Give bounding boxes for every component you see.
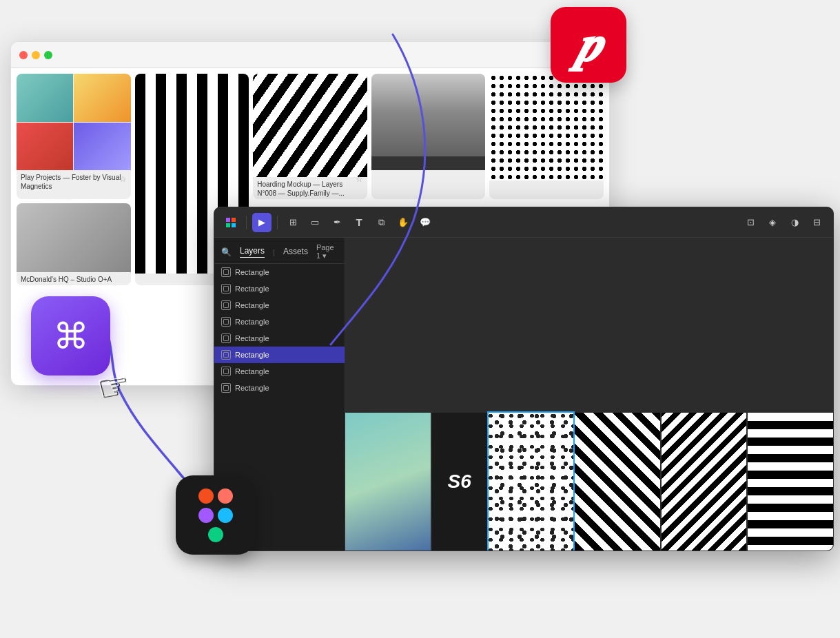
crop-icon[interactable]: ⊟	[807, 213, 826, 232]
figma-dot-green	[208, 527, 223, 542]
layer-item-0[interactable]: Rectangle	[214, 264, 345, 280]
figma-dot-orange	[218, 488, 233, 504]
search-icon[interactable]: 🔍	[221, 247, 232, 257]
save-star-icon-1[interactable]: ☆	[119, 174, 127, 184]
close-dot[interactable]	[19, 51, 28, 59]
figma-dot-red	[198, 488, 214, 504]
layer-type-icon	[221, 367, 231, 376]
pin-label-1: Play Projects — Foster by Visual Magneti…	[17, 170, 131, 192]
frame-tool-icon[interactable]: ⊞	[283, 213, 303, 232]
pin-card-5[interactable]	[489, 74, 604, 199]
minimize-dot[interactable]	[32, 51, 40, 59]
layer-name: Rectangle	[235, 285, 269, 293]
pin-label-6: McDonald's HQ – Studio O+A	[17, 272, 131, 285]
keystroke-app-icon[interactable]: ⌘	[31, 296, 110, 375]
text-tool-icon[interactable]: T	[349, 213, 369, 232]
canvas-image-4	[575, 413, 660, 550]
layer-name: Rectangle	[235, 334, 269, 342]
layer-item-4[interactable]: Rectangle	[214, 330, 345, 347]
hand-tool-icon[interactable]: ✋	[393, 213, 413, 232]
save-star-icon-3[interactable]: ☆	[356, 174, 363, 184]
keystroke-symbol: ⌘	[53, 316, 89, 357]
pin-card-6[interactable]: McDonald's HQ – Studio O+A	[17, 203, 131, 285]
component-tool-icon[interactable]: ⧉	[371, 213, 391, 232]
toolbar-divider-2	[277, 216, 278, 229]
figma-dot-purple	[198, 508, 214, 523]
resize-icon[interactable]: ⊡	[741, 213, 760, 232]
tab-layers[interactable]: Layers	[240, 246, 265, 258]
figma-app-icon[interactable]	[176, 475, 255, 555]
layer-name: Rectangle	[235, 268, 269, 276]
layer-name: Rectangle	[235, 384, 269, 392]
figma-editor-window: ▶ ⊞ ▭ ✒ T ⧉ ✋ 💬 ⊡ ◈ ◑ ⊟ 🔍 Layers | Asset…	[214, 207, 834, 551]
layer-item-2[interactable]: Rectangle	[214, 297, 345, 313]
share-icon[interactable]: ◈	[763, 213, 782, 232]
svg-rect-3	[232, 223, 236, 227]
canvas-image-selected[interactable]: 236 × 354	[489, 413, 574, 550]
layer-name: Rectangle	[235, 301, 269, 309]
canvas-image-1	[345, 413, 431, 550]
layer-type-icon	[221, 300, 231, 310]
pin-card-1[interactable]: Play Projects — Foster by Visual Magneti…	[17, 74, 131, 199]
canvas-image-s6: S6	[432, 413, 487, 550]
toolbar-divider-1	[246, 216, 247, 229]
pen-tool-icon[interactable]: ✒	[327, 213, 347, 232]
layer-type-icon	[221, 383, 231, 393]
pin-label-3: Hoarding Mockup — Layers N°008 — Supply.…	[253, 177, 367, 199]
pinterest-p-logo: 𝒑	[577, 20, 600, 70]
layer-name: Rectangle	[235, 351, 269, 359]
layer-type-icon	[221, 333, 231, 343]
canvas-image-5	[662, 413, 747, 550]
figma-menu-icon[interactable]	[221, 213, 240, 232]
page-selector[interactable]: Page 1 ▾	[316, 243, 338, 260]
layers-tabs-bar: 🔍 Layers | Assets Page 1 ▾	[214, 238, 345, 264]
layer-type-icon	[221, 284, 231, 294]
layer-item-6[interactable]: Rectangle	[214, 363, 345, 380]
pinterest-app-icon[interactable]: 𝒑	[551, 7, 626, 83]
layer-item-7[interactable]: Rectangle	[214, 380, 345, 396]
select-tool-icon[interactable]: ▶	[252, 213, 272, 232]
svg-rect-2	[226, 223, 230, 227]
figma-toolbar: ▶ ⊞ ▭ ✒ T ⧉ ✋ 💬 ⊡ ◈ ◑ ⊟	[214, 207, 833, 238]
layer-type-icon	[221, 350, 231, 360]
layer-item-5[interactable]: Rectangle	[214, 347, 345, 363]
figma-body: 🔍 Layers | Assets Page 1 ▾ Rectangle Rec…	[214, 238, 833, 550]
maximize-dot[interactable]	[44, 51, 52, 59]
layer-item-3[interactable]: Rectangle	[214, 313, 345, 330]
svg-rect-0	[226, 218, 230, 222]
pin-card-4[interactable]	[371, 74, 486, 199]
layer-name: Rectangle	[235, 367, 269, 375]
layer-type-icon	[221, 317, 231, 327]
canvas-image-strip: S6 236 × 354	[345, 413, 833, 550]
comment-tool-icon[interactable]: 💬	[416, 213, 435, 232]
layer-type-icon	[221, 267, 231, 277]
layer-name: Rectangle	[235, 318, 269, 326]
browser-bar	[11, 42, 609, 68]
svg-rect-1	[232, 218, 236, 222]
tab-assets[interactable]: Assets	[283, 247, 308, 258]
figma-dot-blue	[218, 508, 233, 523]
shape-tool-icon[interactable]: ▭	[305, 213, 325, 232]
figma-canvas[interactable]: S6 236 × 354	[345, 238, 833, 550]
contrast-icon[interactable]: ◑	[785, 213, 804, 232]
pin-card-3[interactable]: Hoarding Mockup — Layers N°008 — Supply.…	[253, 74, 367, 199]
s6-logo-text: S6	[447, 471, 471, 493]
layer-item-1[interactable]: Rectangle	[214, 280, 345, 297]
figma-logo-dots	[198, 488, 233, 542]
cursor-hand-icon: ☞	[93, 362, 132, 409]
canvas-image-6	[748, 413, 833, 550]
